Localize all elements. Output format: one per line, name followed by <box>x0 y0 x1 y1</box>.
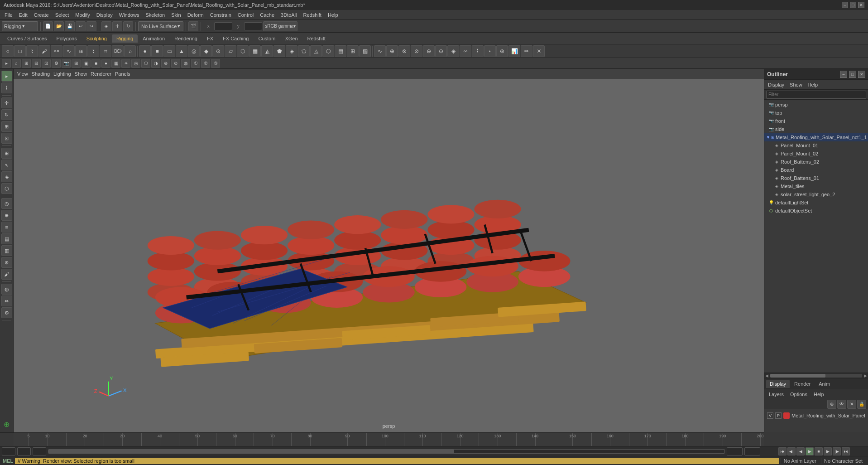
play-button[interactable]: ▶ <box>806 447 814 455</box>
layer-editor-button[interactable]: ▥ <box>1 245 12 256</box>
soft-select-button[interactable]: ◍ <box>1 284 12 295</box>
res3-icon[interactable]: ③ <box>211 59 220 68</box>
end-range-input[interactable]: 120 <box>727 447 743 455</box>
deform-icon7[interactable]: ◈ <box>447 45 459 57</box>
outliner-maximize-button[interactable]: □ <box>849 71 856 78</box>
menu-item-skin[interactable]: Skin <box>168 11 183 19</box>
layer-add-icon[interactable]: ⊕ <box>827 400 836 409</box>
outliner-scrollbar[interactable]: ◀ ▶ <box>764 373 868 378</box>
menu-item-create[interactable]: Create <box>31 11 52 19</box>
menu-item-windows[interactable]: Windows <box>116 11 142 19</box>
outliner-item-top[interactable]: 📷 top <box>764 109 868 117</box>
layer-del-icon[interactable]: ✕ <box>847 400 856 409</box>
geo-icon8[interactable]: ◬ <box>310 45 322 57</box>
y-value-input[interactable]: 1.00 <box>244 22 262 30</box>
deform-icon4[interactable]: ⊘ <box>411 45 422 57</box>
deform-icon1[interactable]: ∿ <box>374 45 386 57</box>
menu-item-display[interactable]: Display <box>94 11 115 19</box>
wireframe-icon[interactable]: ▣ <box>82 59 91 68</box>
outliner-search-input[interactable] <box>766 91 866 99</box>
snap-surface-button[interactable]: ⬡ <box>1 183 12 194</box>
rotate-button[interactable]: ↻ <box>123 21 133 31</box>
geo-icon10[interactable]: ▤ <box>335 45 346 57</box>
next-frame-button[interactable]: ▶ <box>824 447 832 455</box>
light1-icon[interactable]: ☀ <box>121 59 130 68</box>
deform-icon3[interactable]: ⊗ <box>398 45 410 57</box>
tab-sculpting[interactable]: Sculpting <box>82 34 111 43</box>
show-menu[interactable]: Show <box>75 71 87 77</box>
menu-item-select[interactable]: Select <box>53 11 72 19</box>
undo-button[interactable]: ↩ <box>76 21 86 31</box>
geo-icon3[interactable]: ▦ <box>249 45 261 57</box>
outliner-scroll-track[interactable] <box>770 374 862 378</box>
wave-icon[interactable]: ≋ <box>75 45 87 57</box>
solid-icon[interactable]: ■ <box>91 59 101 68</box>
outliner-item-board[interactable]: ◈ Board <box>764 166 868 174</box>
torus-icon[interactable]: ◎ <box>188 45 200 57</box>
tab-rendering[interactable]: Rendering <box>170 34 202 43</box>
tool9-icon[interactable]: ⌦ <box>112 45 124 57</box>
lasso-icon[interactable]: ⌇ <box>26 45 38 57</box>
maximize-button[interactable]: □ <box>850 2 856 8</box>
renderer-menu[interactable]: Renderer <box>91 71 111 77</box>
smooth-icon[interactable]: ● <box>101 59 110 68</box>
tab-rigging[interactable]: Rigging <box>112 34 138 43</box>
panels-menu[interactable]: Panels <box>115 71 130 77</box>
cog-icon[interactable]: ⚙ <box>52 59 61 68</box>
br-tab-display[interactable]: Display <box>766 380 790 388</box>
menu-item-edit[interactable]: Edit <box>16 11 30 19</box>
sphere-icon[interactable]: ● <box>139 45 151 57</box>
disp2-icon[interactable]: ◑ <box>151 59 160 68</box>
scroll-right-icon[interactable]: ▶ <box>863 373 868 378</box>
marker-icon[interactable]: ◍ <box>181 59 190 68</box>
color-space-btn[interactable]: sRGB gamma ▾ <box>263 21 297 31</box>
br-tab-anim[interactable]: Anim <box>815 380 834 388</box>
range-slider-thumb[interactable] <box>48 450 454 453</box>
outliner-item-roof-battens-01[interactable]: ◈ Roof_Battens_01 <box>764 174 868 182</box>
tool8-icon[interactable]: ⌗ <box>100 45 111 57</box>
magnet-icon[interactable]: ⚯ <box>51 45 62 57</box>
menu-item-deform[interactable]: Deform <box>185 11 206 19</box>
graph-icon[interactable]: 📊 <box>508 45 520 57</box>
curve-icon[interactable]: ∿ <box>63 45 75 57</box>
geo-icon9[interactable]: ⬡ <box>322 45 334 57</box>
timeline-ruler[interactable]: 5102030405060708090100110120130140150160… <box>14 432 764 446</box>
lighting-menu[interactable]: Lighting <box>53 71 71 77</box>
tab-redshift[interactable]: Redshift <box>303 34 330 43</box>
range-slider[interactable] <box>48 449 725 454</box>
save-button[interactable]: 💾 <box>65 21 75 31</box>
tab-fx-caching[interactable]: FX Caching <box>218 34 253 43</box>
cylinder-icon[interactable]: ▭ <box>163 45 175 57</box>
prev-frame-button[interactable]: ◀ <box>796 447 805 455</box>
channel-box-button[interactable]: ▤ <box>1 233 12 244</box>
start-frame-input[interactable]: 1 <box>2 447 15 455</box>
outliner-show-menu[interactable]: Show <box>788 81 804 88</box>
outliner-help-menu[interactable]: Help <box>806 81 820 88</box>
next-key-button[interactable]: |▶ <box>833 447 841 455</box>
geo-icon5[interactable]: ⬟ <box>273 45 285 57</box>
snap-grid-button[interactable]: ⊞ <box>1 148 12 159</box>
deform-icon10[interactable]: ⋆ <box>484 45 496 57</box>
live-surface-button[interactable]: No Live Surface ▾ <box>138 21 183 31</box>
deform-icon11[interactable]: ⊛ <box>496 45 508 57</box>
deform-icon2[interactable]: ⊕ <box>386 45 398 57</box>
select-button[interactable]: ◈ <box>101 21 111 31</box>
snap-curve-button[interactable]: ∿ <box>1 160 12 170</box>
layer-lock-icon[interactable]: 🔒 <box>857 400 866 409</box>
go-start-button[interactable]: ⏮ <box>778 447 786 455</box>
layer-v-button[interactable]: V <box>767 412 773 419</box>
fit-icon[interactable]: ⊞ <box>22 59 31 68</box>
geo-icon12[interactable]: ▧ <box>359 45 371 57</box>
cone-icon[interactable]: ▲ <box>176 45 187 57</box>
tool-option-button[interactable]: ⚙ <box>1 307 12 318</box>
geo-icon11[interactable]: ⊞ <box>347 45 359 57</box>
stop-button[interactable]: ■ <box>815 447 823 455</box>
show-all-icon[interactable]: ⊟ <box>32 59 41 68</box>
attrib-editor-button[interactable]: ≡ <box>1 222 12 232</box>
outliner-item-roof-battens-02[interactable]: ◈ Roof_Battens_02 <box>764 158 868 166</box>
isolate-icon[interactable]: ⊙ <box>171 59 180 68</box>
menu-item-help[interactable]: Help <box>325 11 341 19</box>
snap-point-button[interactable]: ◈ <box>1 171 12 182</box>
outliner-display-menu[interactable]: Display <box>766 81 786 88</box>
paint-icon[interactable]: 🖌 <box>38 45 50 57</box>
